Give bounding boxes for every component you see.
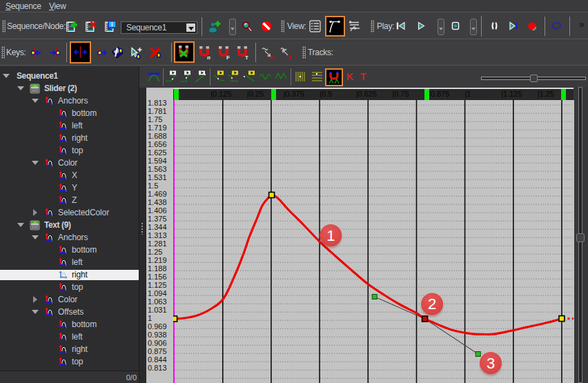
svg-text:3: 3 xyxy=(487,355,495,372)
svg-text:T: T xyxy=(245,55,248,60)
svg-text:2: 2 xyxy=(428,295,436,313)
svg-text:m: m xyxy=(207,55,210,60)
svg-text:1: 1 xyxy=(326,227,335,244)
svg-text:F: F xyxy=(226,55,230,60)
